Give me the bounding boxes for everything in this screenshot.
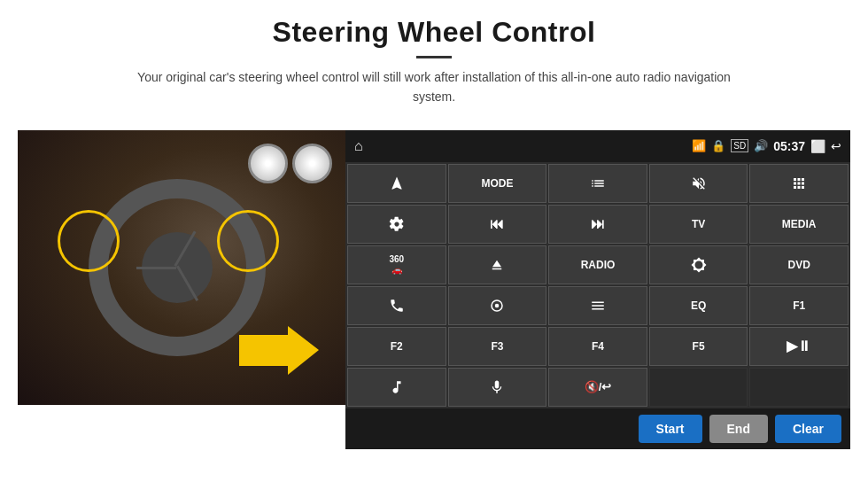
btn-radio[interactable]: RADIO bbox=[548, 245, 647, 284]
btn-media[interactable]: MEDIA bbox=[749, 205, 849, 244]
control-panel: ⌂ 📶 🔒 SD 🔊 05:37 ⬜ ↩ bbox=[345, 130, 850, 449]
btn-list[interactable] bbox=[548, 164, 647, 203]
back-icon[interactable]: ↩ bbox=[831, 139, 841, 153]
btn-settings[interactable] bbox=[347, 205, 446, 244]
highlight-circle-right bbox=[217, 210, 279, 272]
status-bar: ⌂ 📶 🔒 SD 🔊 05:37 ⬜ ↩ bbox=[345, 130, 850, 162]
btn-phonecall[interactable]: 🔇/↩ bbox=[548, 368, 647, 407]
btn-playpause[interactable]: ▶⏸ bbox=[749, 327, 849, 366]
btn-phone[interactable] bbox=[347, 286, 446, 325]
wifi-icon: 📶 bbox=[692, 139, 706, 152]
dashboard-gauges bbox=[248, 144, 337, 197]
btn-f5[interactable]: F5 bbox=[649, 327, 748, 366]
end-button[interactable]: End bbox=[709, 415, 768, 443]
btn-mute[interactable] bbox=[649, 164, 748, 203]
clear-button[interactable]: Clear bbox=[775, 415, 841, 443]
page-title: Steering Wheel Control bbox=[124, 16, 744, 49]
screen-icon[interactable]: ⬜ bbox=[810, 139, 825, 153]
btn-navigate[interactable] bbox=[347, 164, 446, 203]
gauge-speed bbox=[248, 144, 288, 183]
status-time: 05:37 bbox=[773, 139, 805, 153]
title-divider bbox=[416, 56, 452, 58]
btn-f4[interactable]: F4 bbox=[548, 327, 647, 366]
spoke-left bbox=[174, 230, 196, 266]
steering-wheel-image bbox=[18, 130, 345, 405]
highlight-circle-left bbox=[58, 210, 120, 272]
btn-music[interactable] bbox=[347, 368, 446, 407]
btn-360[interactable]: 360🚗 bbox=[347, 245, 446, 284]
arrow-indicator bbox=[239, 326, 319, 378]
gauge-rpm bbox=[292, 144, 332, 183]
btn-dash[interactable] bbox=[548, 286, 647, 325]
btn-mode[interactable]: MODE bbox=[448, 164, 547, 203]
button-grid: MODE ⏮ ⏭ bbox=[345, 162, 850, 408]
status-right: 📶 🔒 SD 🔊 05:37 ⬜ ↩ bbox=[692, 139, 841, 153]
btn-empty2 bbox=[749, 368, 849, 407]
btn-brightness[interactable] bbox=[649, 245, 748, 284]
spoke-bottom bbox=[136, 267, 176, 269]
btn-f2[interactable]: F2 bbox=[347, 327, 446, 366]
spoke-right bbox=[176, 265, 198, 300]
svg-point-2 bbox=[495, 304, 500, 308]
btn-prev[interactable]: ⏮ bbox=[448, 205, 547, 244]
start-button[interactable]: Start bbox=[639, 415, 702, 443]
bt-icon: 🔊 bbox=[754, 139, 768, 152]
action-bar: Start End Clear bbox=[345, 408, 850, 449]
lock-icon: 🔒 bbox=[711, 139, 725, 152]
btn-dvd[interactable]: DVD bbox=[749, 245, 849, 284]
page-subtitle: Your original car's steering wheel contr… bbox=[124, 67, 744, 107]
content-area: ⌂ 📶 🔒 SD 🔊 05:37 ⬜ ↩ bbox=[18, 130, 850, 449]
sd-icon: SD bbox=[731, 139, 748, 152]
status-left: ⌂ bbox=[354, 138, 363, 154]
btn-f3[interactable]: F3 bbox=[448, 327, 547, 366]
page-wrapper: Steering Wheel Control Your original car… bbox=[0, 0, 868, 482]
btn-f1[interactable]: F1 bbox=[749, 286, 849, 325]
btn-apps[interactable] bbox=[749, 164, 849, 203]
title-section: Steering Wheel Control Your original car… bbox=[124, 16, 744, 121]
home-icon[interactable]: ⌂ bbox=[354, 138, 363, 154]
btn-mic[interactable] bbox=[448, 368, 547, 407]
btn-eq[interactable]: EQ bbox=[649, 286, 748, 325]
btn-navi[interactable] bbox=[448, 286, 547, 325]
btn-tv[interactable]: TV bbox=[649, 205, 748, 244]
btn-empty1 bbox=[649, 368, 748, 407]
svg-marker-0 bbox=[239, 326, 319, 375]
steering-wheel-hub bbox=[142, 232, 213, 303]
btn-eject[interactable] bbox=[448, 245, 547, 284]
btn-next[interactable]: ⏭ bbox=[548, 205, 647, 244]
